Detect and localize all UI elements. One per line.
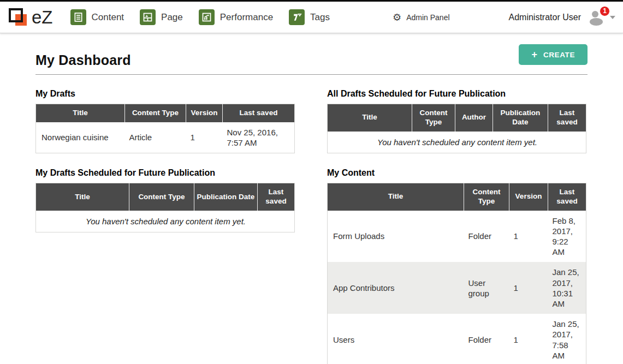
empty-state-message: You haven't scheduled any content item y… <box>36 211 295 232</box>
column-header: Content Type <box>464 183 509 210</box>
content-type-cell: Folder <box>464 314 509 364</box>
section-title-my-content: My Content <box>327 168 586 178</box>
nav-item-page[interactable]: Page <box>140 9 183 25</box>
section-title-my-drafts: My Drafts <box>35 89 294 99</box>
table-header-row: Title Content Type Version Last saved <box>36 104 295 122</box>
table-header-row: Title Content Type Publication Date Last… <box>36 183 295 211</box>
table-header-row: Title Content Type Version Last saved <box>328 183 586 210</box>
version-cell: 1 <box>509 314 548 364</box>
content-icon <box>70 9 86 25</box>
my-content-table: Title Content Type Version Last saved Fo… <box>327 183 586 364</box>
nav-label-performance: Performance <box>220 12 273 23</box>
performance-icon <box>199 9 215 25</box>
my-drafts-scheduled-section: My Drafts Scheduled for Future Publicati… <box>35 168 294 232</box>
my-drafts-section: My Drafts Title Content Type Version Las… <box>35 89 294 153</box>
user-name: Administrator User <box>509 13 581 22</box>
nav-label-tags: Tags <box>310 12 330 23</box>
ez-logo-mark-icon <box>8 7 30 28</box>
ez-logo[interactable]: eZ <box>8 7 53 28</box>
right-column: All Drafts Scheduled for Future Publicat… <box>327 89 586 364</box>
nav-label-content: Content <box>92 12 124 23</box>
last-saved-cell: Jan 25, 2017, 7:58 AM <box>548 314 586 364</box>
table-row[interactable]: App Contributors User group 1 Jan 25, 20… <box>328 262 586 314</box>
section-title-my-drafts-scheduled: My Drafts Scheduled for Future Publicati… <box>35 168 294 178</box>
page-icon <box>140 9 156 25</box>
column-header: Content Type <box>129 183 194 211</box>
empty-state-message: You haven't scheduled any content item y… <box>328 132 586 153</box>
version-cell: 1 <box>186 122 223 153</box>
column-header: Last saved <box>548 104 586 132</box>
column-header: Title <box>36 104 125 122</box>
top-navigation-bar: eZ Content Pag <box>0 2 623 33</box>
main-nav: Content Page <box>70 9 346 25</box>
notification-badge: 1 <box>600 6 610 16</box>
column-header: Version <box>186 104 223 122</box>
column-header: Last saved <box>258 183 295 211</box>
version-cell: 1 <box>509 211 548 262</box>
last-saved-cell: Jan 25, 2017, 10:31 AM <box>548 262 586 314</box>
nav-item-content[interactable]: Content <box>70 9 124 25</box>
my-content-section: My Content Title Content Type Version La… <box>327 168 586 364</box>
column-header: Content Type <box>412 104 455 132</box>
user-menu[interactable]: Administrator User 1 <box>509 9 615 26</box>
content-type-cell: Article <box>125 122 186 153</box>
column-header: Title <box>328 104 412 132</box>
ez-logo-text: eZ <box>32 8 53 26</box>
all-drafts-scheduled-table: Title Content Type Author Publication Da… <box>327 104 586 153</box>
table-row[interactable]: Users Folder 1 Jan 25, 2017, 7:58 AM <box>328 314 586 364</box>
column-header: Title <box>328 183 464 210</box>
content-title-cell: Users <box>328 314 464 364</box>
nav-item-performance[interactable]: Performance <box>199 9 273 25</box>
last-saved-cell: Feb 8, 2017, 9:22 AM <box>548 211 586 262</box>
create-button[interactable]: + CREATE <box>519 44 588 65</box>
draft-title-cell: Norwegian cuisine <box>36 122 125 153</box>
left-column: My Drafts Title Content Type Version Las… <box>35 89 294 364</box>
all-drafts-scheduled-section: All Drafts Scheduled for Future Publicat… <box>327 89 586 153</box>
column-header: Last saved <box>223 104 295 122</box>
create-button-label: CREATE <box>543 51 575 59</box>
content-title-cell: App Contributors <box>328 262 464 314</box>
avatar[interactable]: 1 <box>588 9 606 26</box>
table-row[interactable]: Norwegian cuisine Article 1 Nov 25, 2016… <box>36 122 295 153</box>
column-header: Publication Date <box>194 183 258 211</box>
column-header: Author <box>455 104 493 132</box>
column-header: Title <box>36 183 129 211</box>
section-title-all-drafts-scheduled: All Drafts Scheduled for Future Publicat… <box>327 89 586 99</box>
column-header: Content Type <box>125 104 186 122</box>
gear-icon: ⚙ <box>393 13 401 22</box>
content-title-cell: Form Uploads <box>328 211 464 262</box>
column-header: Publication Date <box>493 104 548 132</box>
last-saved-cell: Nov 25, 2016, 7:57 AM <box>223 122 295 153</box>
empty-state-row: You haven't scheduled any content item y… <box>328 132 586 153</box>
my-drafts-scheduled-table: Title Content Type Publication Date Last… <box>35 183 295 232</box>
admin-panel-label: Admin Panel <box>406 13 449 22</box>
admin-panel-button[interactable]: ⚙ Admin Panel <box>393 13 450 22</box>
content-type-cell: User group <box>464 262 509 314</box>
content-type-cell: Folder <box>464 211 509 262</box>
version-cell: 1 <box>509 262 548 314</box>
dashboard-columns: My Drafts Title Content Type Version Las… <box>35 89 588 364</box>
tags-icon <box>289 9 305 25</box>
plus-icon: + <box>531 50 537 59</box>
nav-item-tags[interactable]: Tags <box>289 9 330 25</box>
dashboard-content: My Dashboard + CREATE My Drafts Title Co… <box>0 33 623 364</box>
table-row[interactable]: Form Uploads Folder 1 Feb 8, 2017, 9:22 … <box>328 211 586 262</box>
nav-label-page: Page <box>161 12 183 23</box>
empty-state-row: You haven't scheduled any content item y… <box>36 211 295 232</box>
page-header: My Dashboard + CREATE <box>35 33 588 75</box>
my-drafts-table: Title Content Type Version Last saved No… <box>35 104 295 153</box>
chevron-down-icon[interactable] <box>610 16 615 19</box>
table-header-row: Title Content Type Author Publication Da… <box>328 104 586 132</box>
page-title: My Dashboard <box>35 52 131 68</box>
column-header: Version <box>509 183 548 210</box>
column-header: Last saved <box>548 183 586 210</box>
